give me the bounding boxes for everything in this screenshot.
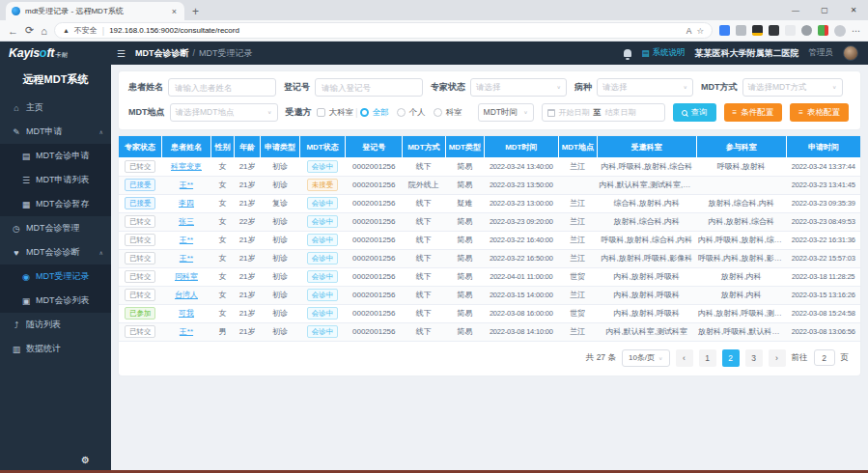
big-dept-checkbox[interactable] [317,108,325,117]
field-label: 病种 [574,81,592,94]
sidebar-item-MDT会诊列表[interactable]: ▣MDT会诊列表 [0,289,111,313]
patient-name-link[interactable]: 科室变更 [171,162,202,171]
sidebar-item-MDT会诊暂存[interactable]: ▦MDT会诊暂存 [0,192,111,216]
reg-no-input[interactable] [315,78,423,97]
cell-mdt_time: 2022-03-08 16:00:00 [485,304,558,322]
sidebar-item-MDT会诊申请[interactable]: ▤MDT会诊申请 [0,144,111,168]
patient-name-link[interactable]: 王** [180,327,193,336]
cell-mdt_time: 2022-03-23 13:50:00 [485,176,558,194]
table-config-button[interactable]: ≡表格配置 [790,103,849,122]
favorite-icon[interactable]: ☆ [696,26,704,36]
expert-status-badge: 已接受 [125,197,156,210]
patient-name-input[interactable] [168,78,276,97]
patient-name-link[interactable]: 同科室 [175,272,198,281]
end-date-placeholder: 结束日期 [605,107,636,118]
mdt-place-select[interactable]: 请选择MDT地点∨ [170,103,278,122]
invitee-radio-科室[interactable]: 科室 [434,107,462,119]
pagination: 共 27 条 10条/页∨ ‹ 123 › 前往 页 [119,342,860,370]
mdt-status-badge: 会诊中 [307,252,339,265]
notification-bell-icon[interactable] [624,49,631,57]
patient-name-link[interactable]: 张三 [179,217,194,226]
page-button-3[interactable]: 3 [745,349,763,367]
chevron-down-icon: ∨ [684,85,687,91]
cell-mdt_type: 简易 [445,267,485,286]
minimize-button[interactable]: — [781,0,810,19]
restore-button[interactable]: ▢ [810,0,839,19]
sidebar-item-MDT申请列表[interactable]: ☰MDT申请列表 [0,168,111,192]
app-body: 远程MDT系统 ⌂主页✎MDT申请∧▤MDT会诊申请☰MDT申请列表▦MDT会诊… [0,65,868,470]
browser-menu-icon[interactable]: ⋯ [852,26,860,36]
condition-config-button[interactable]: ≡条件配置 [724,103,783,122]
page-button-1[interactable]: 1 [699,349,716,367]
sidebar-item-MDT会诊管理[interactable]: ◷MDT会诊管理 [0,216,111,240]
invitee-radio-个人[interactable]: 个人 [397,107,426,119]
sidebar-item-随访列表[interactable]: ⤴随访列表 [0,313,111,337]
address-bar[interactable]: ▲ 不安全 | 192.168.0.156:9002/consultate/re… [54,22,713,39]
sidebar-item-label: MDT会诊管理 [26,222,80,235]
date-range-picker[interactable]: 开始日期 至 结束日期 [542,103,665,122]
extension-icon[interactable] [769,25,779,36]
patient-name-link[interactable]: 可我 [179,309,194,318]
cell-mdt_type: 简易 [445,286,485,304]
table-row: 已转交同科室女21岁初诊会诊中0002001256线下简易2022-04-01 … [119,267,860,286]
patient-name-field: 患者姓名 [128,78,276,97]
close-button[interactable]: ✕ [839,0,868,19]
table-row: 已转交王**女21岁初诊会诊中0002001256线下简易2022-03-22 … [119,231,860,249]
breadcrumb-parent: MDT会诊诊断 [135,47,189,60]
cell-name: 可我 [161,304,210,322]
cell-age: 21岁 [234,322,261,341]
new-tab-button[interactable]: + [192,5,199,20]
extension-icon[interactable] [818,25,828,36]
main-content: 患者姓名 登记号 专家状态 请选择∨ 病种 请选择∨ [111,65,868,470]
tab-close-icon[interactable]: × [170,7,179,16]
search-button[interactable]: 查询 [673,103,716,122]
sidebar-item-MDT受理记录[interactable]: ◉MDT受理记录 [0,264,111,289]
cell-applied: 2022-03-08 15:24:58 [786,304,860,322]
prev-page-button[interactable]: ‹ [676,349,693,367]
cell-sex: 女 [211,249,235,267]
system-help-link[interactable]: ▤系统说明 [641,47,685,59]
mdt-way-select[interactable]: 请选择MDT方式∨ [742,78,843,97]
browser-tools-icon[interactable] [801,25,812,36]
sidebar-item-主页[interactable]: ⌂主页 [0,96,111,120]
extension-icon[interactable] [736,25,746,36]
read-aloud-icon[interactable]: A [686,26,692,36]
sidebar-collapse-icon[interactable]: ☰ [117,48,126,59]
next-page-button[interactable]: › [769,349,786,367]
screen: mdt受理记录 - 远程MDT系统 × + — ▢ ✕ ← ⟳ ⌂ ▲ 不安全 … [0,0,868,473]
cell-invited: 内科,放射科,呼吸科 [598,304,697,322]
sidebar-item-MDT申请[interactable]: ✎MDT申请∧ [0,120,111,144]
reload-icon[interactable]: ⟳ [25,24,34,37]
column-header: 参与科室 [696,136,786,157]
back-icon[interactable]: ← [8,25,18,37]
disease-select[interactable]: 请选择∨ [597,78,693,97]
cell-mdt_type: 简易 [445,176,485,194]
sidebar-item-数据统计[interactable]: ▥数据统计 [0,337,111,361]
radio-dot-icon [434,108,442,117]
table-body: 已转交科室变更女21岁初诊会诊中0002001256线下简易2022-03-24… [119,157,860,341]
sidebar-item-MDT会诊诊断[interactable]: ♥MDT会诊诊断∧ [0,240,111,264]
date-type-select[interactable]: MDT时间∨ [478,103,534,122]
home-icon[interactable]: ⌂ [41,25,47,37]
patient-name-link[interactable]: 台湾人 [175,291,198,299]
page-size-select[interactable]: 10条/页∨ [622,349,670,367]
extension-icon[interactable] [719,25,730,36]
patient-name-link[interactable]: 王** [180,236,193,244]
url-text[interactable]: 192.168.0.156:9002/consultate/record [109,26,682,35]
browser-profile-avatar[interactable] [834,25,846,37]
settings-gear-icon[interactable]: ⚙ [81,455,90,465]
page-button-2[interactable]: 2 [722,349,740,367]
expert-status-select[interactable]: 请选择∨ [470,78,567,97]
doc-icon: ▤ [641,48,649,58]
patient-name-link[interactable]: 王** [180,254,193,263]
patient-name-link[interactable]: 李四 [179,199,194,208]
record-icon: ◉ [21,272,31,282]
user-avatar[interactable] [843,45,858,61]
extension-icon[interactable] [752,25,763,36]
goto-page-input[interactable] [814,349,835,366]
patient-name-link[interactable]: 王** [180,181,193,189]
browser-tab[interactable]: mdt受理记录 - 远程MDT系统 × [6,2,184,20]
invitee-radio-全部[interactable]: 全部 [360,107,389,119]
extension-icon[interactable] [785,25,796,36]
cell-mdt_type: 疑难 [445,194,485,212]
